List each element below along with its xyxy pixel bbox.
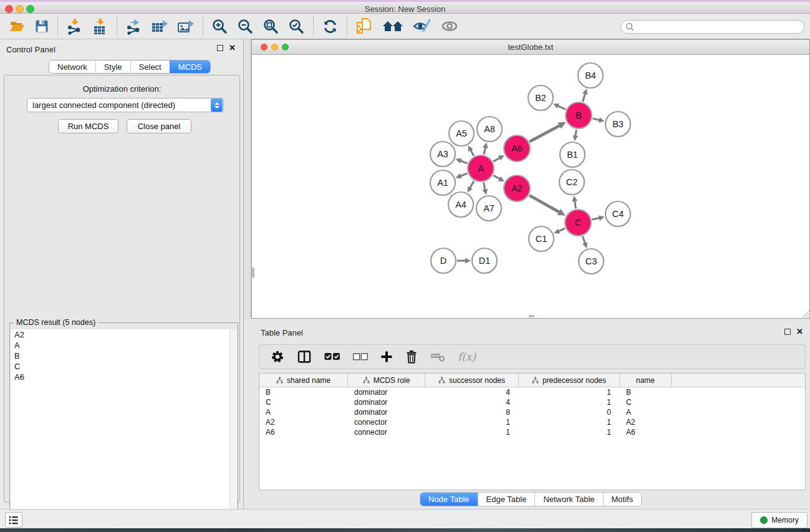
result-item[interactable]: B — [11, 351, 231, 361]
zoom-fit-button[interactable] — [258, 16, 284, 37]
table-settings-button[interactable] — [264, 350, 291, 364]
select-all-rows-button[interactable] — [318, 352, 347, 361]
mcds-result-list[interactable]: A2ABCA6 — [11, 329, 231, 532]
view-eye-button[interactable] — [436, 16, 463, 37]
table-panel-tabs: Node TableEdge TableNetwork TableMotifs — [420, 492, 642, 506]
cell: 1 — [425, 427, 519, 437]
tab-network[interactable]: Network — [49, 60, 95, 73]
duplicate-network-button[interactable] — [351, 16, 377, 37]
trash-icon — [405, 350, 418, 364]
graph-node-label: D — [440, 256, 446, 266]
network-window-titlebar[interactable]: testGlobe.txt — [252, 40, 809, 55]
edge-B-B2[interactable] — [557, 105, 566, 109]
tab-select[interactable]: Select — [130, 60, 170, 73]
close-panel-icon[interactable]: ✕ — [229, 45, 236, 51]
delete-table-button[interactable] — [424, 351, 451, 362]
import-network-button[interactable] — [62, 16, 87, 37]
task-history-button[interactable] — [5, 512, 22, 528]
zoom-selected-button[interactable] — [284, 16, 309, 37]
column-header-predecessor-nodes[interactable]: predecessor nodes — [519, 374, 620, 387]
tab-motifs[interactable]: Motifs — [603, 493, 642, 506]
result-item[interactable]: C — [11, 361, 231, 372]
graph-node-label: B4 — [585, 70, 596, 80]
column-header-shared-name[interactable]: shared name — [259, 374, 348, 387]
import-table-button[interactable] — [87, 16, 113, 37]
list-icon — [8, 515, 19, 526]
memory-button[interactable]: Memory — [751, 512, 808, 528]
horizontal-scrollbar-thumb[interactable] — [529, 315, 534, 317]
close-panel-icon[interactable]: ✕ — [796, 329, 803, 335]
open-session-button[interactable] — [5, 16, 30, 37]
toolbar-separator — [313, 16, 314, 36]
cell: B — [259, 387, 348, 397]
mcds-result-legend: MCDS result (5 nodes) — [14, 318, 98, 327]
export-image-icon — [177, 18, 195, 35]
table-panel-title: Table Panel — [261, 328, 303, 337]
close-panel-button[interactable]: Close panel — [127, 119, 191, 133]
arrowhead-icon — [572, 196, 577, 202]
delete-column-button[interactable] — [399, 350, 424, 364]
tab-mcds[interactable]: MCDS — [170, 60, 210, 73]
annotation-eye-button[interactable] — [408, 16, 436, 37]
float-panel-icon[interactable] — [217, 45, 223, 51]
double-home-icon — [382, 18, 404, 34]
resize-grip-icon[interactable] — [801, 310, 809, 317]
columns-icon — [297, 350, 312, 364]
refresh-button[interactable] — [317, 16, 343, 37]
result-item[interactable]: A2 — [11, 329, 231, 340]
function-builder-button[interactable]: f(x) — [451, 351, 482, 363]
tab-network-table[interactable]: Network Table — [534, 493, 602, 506]
table-row[interactable]: Bdominator41B — [259, 387, 805, 397]
save-floppy-icon — [34, 19, 49, 34]
zoom-out-button[interactable] — [233, 16, 258, 37]
deselect-all-rows-button[interactable] — [347, 353, 374, 361]
result-scrollbar[interactable] — [229, 329, 237, 532]
result-item[interactable]: A — [11, 340, 231, 351]
cell: 1 — [519, 427, 620, 437]
float-panel-icon[interactable] — [784, 329, 791, 335]
import-network-icon — [66, 18, 83, 35]
save-session-button[interactable] — [30, 16, 54, 37]
tab-style[interactable]: Style — [95, 60, 130, 73]
table-row[interactable]: Cdominator41C — [259, 397, 805, 407]
optimization-dropdown[interactable]: largest connected component (directed) — [27, 98, 224, 112]
tab-edge-table[interactable]: Edge Table — [478, 493, 535, 506]
edge-A6-B[interactable] — [529, 125, 561, 142]
column-type-icon — [438, 377, 445, 384]
column-view-button[interactable] — [291, 350, 318, 364]
graph-node-label: B2 — [535, 93, 546, 103]
gear-icon — [271, 350, 284, 364]
edge-B-B4[interactable] — [583, 93, 586, 102]
edge-C-C4[interactable] — [592, 218, 600, 220]
edge-C-C2[interactable] — [574, 200, 576, 209]
column-header-name[interactable]: name — [620, 374, 672, 387]
export-image-button[interactable] — [173, 16, 199, 37]
table-row[interactable]: A6connector11A6 — [259, 427, 805, 437]
column-header-successor-nodes[interactable]: successor nodes — [425, 374, 519, 387]
export-table-button[interactable] — [147, 16, 173, 37]
graph-node-label: B — [576, 110, 582, 120]
add-column-button[interactable] — [374, 351, 399, 363]
fx-icon: f(x) — [458, 351, 476, 363]
export-network-button[interactable] — [121, 16, 147, 37]
app-title: Session: New Session — [0, 4, 810, 14]
column-header-MCDS-role[interactable]: MCDS role — [348, 374, 425, 387]
graph-node-label: A6 — [511, 143, 523, 153]
search-input[interactable] — [620, 20, 804, 34]
home-button[interactable] — [377, 16, 408, 37]
table-panel: Table Panel ✕ — [244, 319, 810, 509]
edge-A2-C[interactable] — [529, 195, 560, 213]
network-graph-canvas[interactable]: B4B2BB3A5A8A6B1A3AC2A1A2A4A7C4CC1C3DD1 — [252, 56, 809, 318]
result-item[interactable]: A6 — [11, 372, 231, 382]
zoom-in-button[interactable] — [207, 16, 233, 37]
run-mcds-button[interactable]: Run MCDS — [58, 119, 118, 133]
edge-A-A4[interactable] — [470, 181, 474, 188]
tab-node-table[interactable]: Node Table — [420, 493, 478, 506]
control-panel-title: Control Panel — [6, 45, 55, 54]
edge-C-C3[interactable] — [582, 236, 585, 244]
arrowhead-icon — [582, 89, 587, 95]
table-row[interactable]: A2connector11A2 — [259, 417, 805, 427]
cell: A2 — [259, 417, 348, 427]
table-row[interactable]: Adominator80A — [259, 407, 805, 417]
vertical-scrollbar-thumb[interactable] — [252, 268, 254, 278]
